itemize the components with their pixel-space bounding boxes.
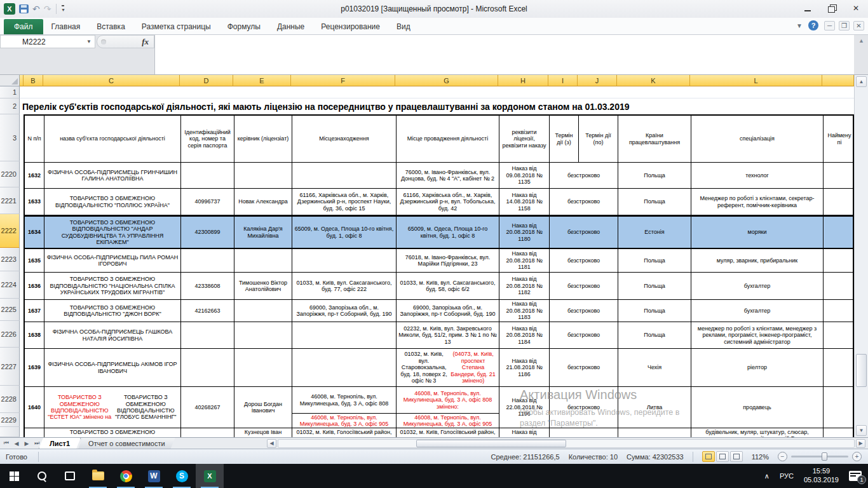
- horizontal-scrollbar[interactable]: ◀ ▶: [267, 438, 868, 449]
- cell-name-2228[interactable]: ТОВАРИСТВО З ОБМЕЖЕНОЮ ВІДПОВІДАЛЬНІСТЮ …: [44, 387, 181, 428]
- cell-place-partial[interactable]: 01032, м. Київ, Голосіївський район,: [397, 428, 499, 437]
- tab-file[interactable]: Файл: [4, 19, 43, 34]
- row-header-2229[interactable]: 2229: [0, 413, 20, 427]
- cell-term-partial[interactable]: [550, 428, 618, 437]
- cell-spec-2222[interactable]: моряки: [691, 217, 824, 248]
- cell-name-2226[interactable]: ФІЗИЧНА ОСОБА-ПІДПРИЄМЕЦЬ ГАШКОВА НАТАЛІ…: [44, 322, 181, 348]
- column-header-L[interactable]: L: [690, 75, 822, 86]
- action-center-button[interactable]: 1: [849, 471, 862, 481]
- cell-spec-2221[interactable]: Менеджер по роботі з клієнтами, секретар…: [691, 189, 824, 215]
- cell-head-partial[interactable]: Кузнецов Іван: [234, 428, 292, 437]
- cell-spec-2228[interactable]: продавець: [691, 387, 824, 428]
- tab-рецензирование[interactable]: Рецензирование: [313, 19, 388, 34]
- zoom-out-icon[interactable]: −: [778, 452, 787, 461]
- cell-n-2224[interactable]: 1636: [25, 273, 44, 299]
- formula-input[interactable]: [154, 35, 854, 74]
- cell-place-2227[interactable]: 01032, м. Київ, вул. Старовокзальна, буд…: [397, 349, 499, 386]
- row-1-empty[interactable]: [20, 86, 854, 98]
- row-header-2221[interactable]: 2221: [0, 187, 20, 214]
- cell-n-2222[interactable]: 1634: [25, 217, 44, 248]
- column-header-D[interactable]: D: [180, 75, 233, 86]
- column-header-B[interactable]: B: [24, 75, 43, 86]
- cell-term-2221[interactable]: безстроково: [550, 189, 618, 215]
- cell-spec-2225[interactable]: бухгалтер: [691, 300, 824, 322]
- taskbar-explorer-button[interactable]: [84, 464, 112, 488]
- cell-country-2220[interactable]: Польща: [618, 163, 691, 188]
- cell-head-2226[interactable]: [234, 322, 292, 348]
- cell-n-2227[interactable]: 1639: [25, 349, 44, 386]
- scroll-right-icon[interactable]: ▶: [856, 439, 865, 448]
- cell-spec-2224[interactable]: бухгалтер: [691, 273, 824, 299]
- cell-n-2223[interactable]: 1635: [25, 249, 44, 272]
- header-cell-extra[interactable]: Наймену пі: [824, 116, 854, 162]
- column-header-K[interactable]: K: [617, 75, 690, 86]
- first-sheet-icon[interactable]: ⏮: [2, 440, 11, 447]
- cell-head-2220[interactable]: [234, 163, 292, 188]
- cell-order-2223[interactable]: Наказ від 20.08.2018 № 1181: [499, 249, 550, 272]
- vertical-scrollbar[interactable]: ▲ ▼: [854, 75, 868, 437]
- cell-name-2225[interactable]: ТОВАРИСТВО З ОБМЕЖЕНОЮ ВІДПОВІДАЛЬНІСТЮ …: [44, 300, 181, 322]
- workbook-close-button[interactable]: ✕: [853, 21, 864, 30]
- cell-extra-2227[interactable]: [824, 349, 854, 386]
- cell-order-2226[interactable]: Наказ від 20.08.2018 № 1184: [499, 322, 550, 348]
- hidden-icons-chevron[interactable]: ∧: [764, 472, 770, 480]
- scroll-left-icon[interactable]: ◀: [267, 439, 276, 448]
- cell-order-2225[interactable]: Наказ від 20.08.2018 № 1183: [499, 300, 550, 322]
- cell-term-2227[interactable]: безстроково: [550, 349, 618, 386]
- taskbar-chrome-button[interactable]: [112, 464, 140, 488]
- cell-place-2223[interactable]: 76018, м. Івано-Франківськ, вул. Марійки…: [397, 249, 499, 272]
- cell-location-2223[interactable]: [292, 249, 397, 272]
- cell-head-2223[interactable]: [234, 249, 292, 272]
- column-header-H[interactable]: H: [498, 75, 548, 86]
- cell-n-2228[interactable]: 1640: [25, 387, 44, 428]
- tab-вставка[interactable]: Вставка: [88, 19, 133, 34]
- cell-name-2227[interactable]: ФІЗИЧНА ОСОБА-ПІДПРИЄМЕЦЬ АКІМОВ ІГОР ІВ…: [44, 349, 181, 386]
- tab-вид[interactable]: Вид: [388, 19, 419, 34]
- cell-spec-partial[interactable]: будівельник, муляр, штукатур, слюсар, мо…: [691, 428, 824, 437]
- language-indicator[interactable]: РУС: [780, 472, 794, 480]
- cell-place-2225[interactable]: 69000, Запорізька обл., м. Запоріжжя, пр…: [397, 300, 499, 322]
- cell-name-2220[interactable]: ФІЗИЧНА ОСОБА-ПІДПРИЄМЕЦЬ ГРИНЧИШИН ГАЛИ…: [44, 163, 181, 188]
- cell-extra-2223[interactable]: [824, 249, 854, 272]
- cell-place-2221[interactable]: 61166, Харківська обл., м. Харків, Дзерж…: [397, 189, 499, 215]
- workbook-minimize-button[interactable]: ─: [824, 21, 835, 30]
- horizontal-scroll-thumb[interactable]: [416, 440, 566, 447]
- cell-code-2226[interactable]: [181, 322, 234, 348]
- help-icon[interactable]: ?: [808, 20, 818, 30]
- header-cell-head[interactable]: керівник (ліцензіат): [234, 116, 292, 162]
- cell-order-2227[interactable]: Наказ від 21.08.2018 № 1186: [499, 349, 550, 386]
- workbook-restore-button[interactable]: ❐: [839, 21, 850, 30]
- vertical-scroll-thumb[interactable]: [856, 354, 867, 387]
- cell-name-2222[interactable]: ТОВАРИСТВО З ОБМЕЖЕНОЮ ВІДПОВІДАЛЬНІСТЮ …: [44, 217, 181, 248]
- header-cell-location[interactable]: Місцезнаходження: [292, 116, 397, 162]
- header-cell-term_to[interactable]: Термін дії (по): [579, 116, 618, 162]
- cell-extra-2222[interactable]: [824, 217, 854, 248]
- minimize-button[interactable]: [798, 2, 817, 15]
- tab-разметка-страницы[interactable]: Разметка страницы: [133, 19, 219, 34]
- last-sheet-icon[interactable]: ⏭: [32, 440, 41, 447]
- column-header-C[interactable]: C: [43, 75, 180, 86]
- header-cell-countries[interactable]: Країни працевлаштування: [618, 116, 691, 162]
- cell-country-partial[interactable]: [618, 428, 691, 437]
- cell-country-2223[interactable]: Польща: [618, 249, 691, 272]
- cell-country-2225[interactable]: Польща: [618, 300, 691, 322]
- page-break-view-button[interactable]: [730, 451, 743, 462]
- zoom-slider-thumb[interactable]: [822, 452, 827, 461]
- cell-code-partial[interactable]: [181, 428, 234, 437]
- cell-spec-2226[interactable]: менеджер по роботі з клієнтами, менеджер…: [691, 322, 824, 348]
- taskbar-word-button[interactable]: W: [140, 464, 168, 488]
- cell-code-2220[interactable]: [181, 163, 234, 188]
- cell-place-2222[interactable]: 65009, м. Одеса, Площа 10-го квітня, буд…: [397, 217, 499, 248]
- scroll-down-icon[interactable]: ▼: [856, 425, 867, 436]
- cell-head-2221[interactable]: Новак Александра: [234, 189, 292, 215]
- taskbar-excel-button[interactable]: X: [196, 464, 224, 488]
- taskbar-search-button[interactable]: [28, 464, 56, 488]
- zoom-in-icon[interactable]: +: [852, 452, 862, 461]
- cell-code-2228[interactable]: 40268267: [181, 387, 234, 428]
- row-header-3[interactable]: 3: [0, 114, 20, 161]
- header-cell-term_from[interactable]: Термін дії (з): [550, 116, 579, 162]
- cell-extra-2225[interactable]: [824, 300, 854, 322]
- cell-location-2220[interactable]: [292, 163, 397, 188]
- cell-location-2224[interactable]: 01033, м. Київ, вул. Саксаганського, буд…: [292, 273, 397, 299]
- next-sheet-icon[interactable]: ▶: [22, 440, 31, 447]
